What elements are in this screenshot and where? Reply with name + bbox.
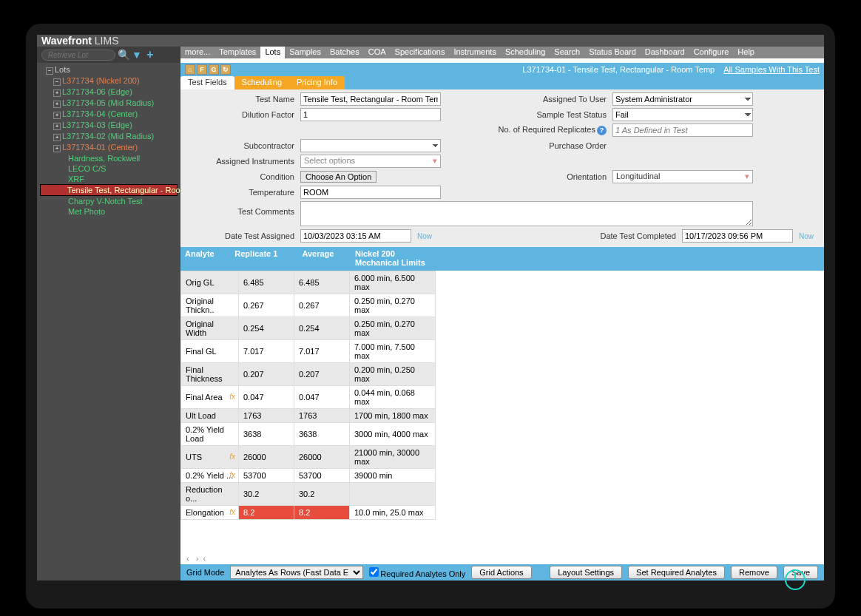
- monitor-frame: Wavefront LIMS 🔍 ▼ + more...TemplatesLot…: [26, 24, 835, 609]
- tree-test[interactable]: Met Photo: [40, 206, 178, 217]
- tab-test-fields[interactable]: Test Fields: [180, 76, 234, 89]
- replicate-cell[interactable]: 26000: [239, 446, 294, 469]
- tree-sample[interactable]: +L371734-01 (Center): [40, 142, 178, 153]
- tree-sample[interactable]: +L371734-05 (Mid Radius): [40, 98, 178, 109]
- col-header[interactable]: Analyte: [180, 247, 230, 271]
- brand-bar: Wavefront LIMS: [37, 35, 824, 47]
- date-completed-input[interactable]: [682, 229, 793, 243]
- tree-sample[interactable]: +L371734-03 (Edge): [40, 120, 178, 131]
- subcontractor-select[interactable]: [300, 139, 441, 152]
- analyte-cell: Final GL: [181, 340, 239, 363]
- replicate-cell[interactable]: 53700: [239, 469, 294, 483]
- toolbar-icon-3[interactable]: ↻: [220, 64, 231, 75]
- table-row: Ult Load176317631700 min, 1800 max: [181, 409, 436, 423]
- limits-cell: 7.000 min, 7.500 max: [350, 340, 436, 363]
- comments-textarea[interactable]: [300, 201, 753, 226]
- tree-sample[interactable]: +L371734-04 (Center): [40, 109, 178, 120]
- replicate-cell[interactable]: 8.2: [239, 506, 294, 520]
- toolbar-icon-0[interactable]: ⌂: [185, 64, 195, 75]
- orientation-select[interactable]: Longitudinal: [612, 170, 753, 183]
- breadcrumb: L371734-01 - Tensile Test, Rectangular -…: [522, 65, 715, 74]
- replicate-cell[interactable]: 0.267: [239, 294, 294, 317]
- date-assigned-input[interactable]: [300, 229, 411, 243]
- screen: Wavefront LIMS 🔍 ▼ + more...TemplatesLot…: [37, 35, 824, 581]
- menu-lots[interactable]: Lots: [260, 47, 285, 58]
- menu-configure[interactable]: Configure: [689, 47, 734, 58]
- layout-settings-button[interactable]: Layout Settings: [550, 566, 622, 579]
- replicate-cell[interactable]: 0.254: [239, 317, 294, 340]
- menu-samples[interactable]: Samples: [285, 47, 325, 58]
- menu-help[interactable]: Help: [733, 47, 759, 58]
- tree-sample[interactable]: +L371734-02 (Mid Radius): [40, 131, 178, 142]
- menu-scheduling[interactable]: Scheduling: [501, 47, 550, 58]
- limits-cell: [350, 483, 436, 506]
- test-name-input[interactable]: [300, 92, 441, 106]
- grid-actions-button[interactable]: Grid Actions: [471, 566, 531, 579]
- filter-icon[interactable]: ▼: [132, 50, 142, 60]
- toolbar-icon-2[interactable]: G: [209, 64, 219, 75]
- condition-button[interactable]: Choose An Option: [300, 171, 377, 183]
- tree-test[interactable]: Charpy V-Notch Test: [40, 196, 178, 206]
- menu-instruments[interactable]: Instruments: [449, 47, 500, 58]
- assigned-user-select[interactable]: System Administrator: [612, 92, 753, 106]
- dilution-input[interactable]: [300, 108, 441, 121]
- menu-dashboard[interactable]: Dashboard: [641, 47, 689, 58]
- grid-mode-select[interactable]: Analytes As Rows (Fast Data E: [230, 566, 363, 579]
- retrieve-bar: 🔍 ▼ +: [37, 47, 180, 63]
- menu-more-[interactable]: more...: [180, 47, 215, 58]
- search-icon[interactable]: 🔍: [118, 50, 129, 60]
- tree-sample[interactable]: +L371734-06 (Edge): [40, 87, 178, 98]
- label-status: Sample Test Status: [476, 110, 610, 119]
- menu-specifications[interactable]: Specifications: [391, 47, 450, 58]
- help-icon[interactable]: ?: [597, 126, 607, 135]
- replicates-input[interactable]: [612, 123, 753, 137]
- analyte-cell: UTSfx: [181, 446, 239, 469]
- menu-coa[interactable]: COA: [364, 47, 391, 58]
- menu-templates[interactable]: Templates: [215, 47, 260, 58]
- tree-test[interactable]: Tensile Test, Rectangular - Room Te: [40, 184, 178, 196]
- tab-pricing-info[interactable]: Pricing Info: [289, 76, 345, 89]
- all-samples-link[interactable]: All Samples With This Test: [723, 65, 820, 74]
- required-only-checkbox[interactable]: Required Analytes Only: [369, 567, 465, 578]
- average-cell: 53700: [294, 469, 350, 483]
- tree-test[interactable]: LECO C/S: [40, 163, 178, 174]
- status-select[interactable]: Fail: [612, 108, 753, 121]
- add-icon[interactable]: +: [145, 50, 155, 60]
- label-po: Purchase Order: [476, 141, 610, 150]
- limits-cell: 10.0 min, 25.0 max: [350, 506, 436, 520]
- set-required-button[interactable]: Set Required Analytes: [628, 566, 725, 579]
- tree-test[interactable]: XRF: [40, 174, 178, 184]
- average-cell: 0.254: [294, 317, 350, 340]
- replicate-cell[interactable]: 3638: [239, 423, 294, 446]
- limits-cell: 1700 min, 1800 max: [350, 409, 436, 423]
- replicate-cell[interactable]: 1763: [239, 409, 294, 423]
- analyte-cell: Ult Load: [181, 409, 239, 423]
- menu-batches[interactable]: Batches: [325, 47, 364, 58]
- remove-button[interactable]: Remove: [731, 566, 777, 579]
- tree-test[interactable]: Hardness, Rockwell: [40, 153, 178, 163]
- col-header[interactable]: Nickel 200 Mechanical Limits: [351, 247, 436, 271]
- menu-status-board[interactable]: Status Board: [584, 47, 641, 58]
- analyte-cell: Original Thickn..: [181, 294, 239, 317]
- table-row: Elongationfx8.28.210.0 min, 25.0 max: [181, 506, 436, 520]
- tab-scheduling[interactable]: Scheduling: [234, 76, 289, 89]
- table-row: 0.2% Yield Load363836383000 min, 4000 ma…: [181, 423, 436, 446]
- now-link-completed[interactable]: Now: [796, 232, 818, 240]
- col-header[interactable]: Average: [297, 247, 351, 271]
- col-header[interactable]: Replicate 1: [230, 247, 297, 271]
- now-link-assigned[interactable]: Now: [414, 232, 444, 240]
- tree-root[interactable]: −Lots: [40, 64, 178, 75]
- retrieve-lot-input[interactable]: [41, 50, 115, 61]
- tree-lot[interactable]: −L371734 (Nickel 200): [40, 75, 178, 87]
- menu-search[interactable]: Search: [550, 47, 584, 58]
- replicate-cell[interactable]: 6.485: [239, 271, 294, 294]
- replicate-cell[interactable]: 0.047: [239, 386, 294, 409]
- replicate-cell[interactable]: 30.2: [239, 483, 294, 506]
- temperature-input[interactable]: [300, 186, 441, 199]
- label-grid-mode: Grid Mode: [186, 568, 224, 577]
- instruments-select[interactable]: Select options: [300, 155, 441, 168]
- replicate-cell[interactable]: 7.017: [239, 340, 294, 363]
- label-orientation: Orientation: [476, 172, 610, 181]
- toolbar-icon-1[interactable]: F: [197, 64, 207, 75]
- replicate-cell[interactable]: 0.207: [239, 363, 294, 386]
